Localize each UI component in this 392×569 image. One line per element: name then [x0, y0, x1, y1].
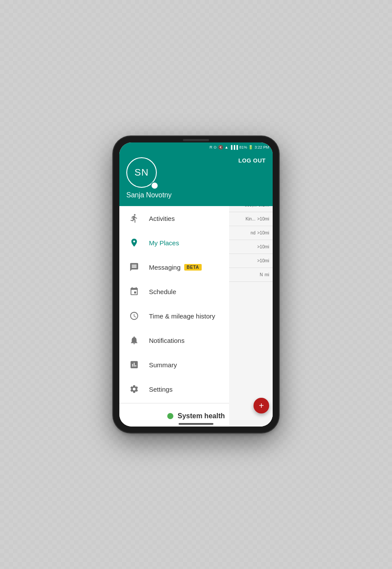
phone-home-bar: [179, 423, 213, 425]
my-places-label: My Places: [149, 239, 179, 247]
app-icon: R: [210, 145, 213, 149]
bg-row-6-dist: >10mi: [257, 244, 269, 249]
time-mileage-icon: [128, 310, 140, 322]
app-header: LOG OUT SN Sanja Novotny: [119, 152, 273, 206]
time-mileage-label: Time & mileage history: [149, 312, 215, 320]
avatar-initials: SN: [135, 167, 149, 178]
summary-label: Summary: [149, 361, 177, 369]
fab-add-button[interactable]: +: [253, 398, 269, 413]
health-status-dot: [167, 413, 173, 419]
my-places-icon: [128, 237, 140, 249]
fab-plus-icon: +: [259, 401, 264, 411]
signal-icon: ▐▐▐: [230, 145, 238, 149]
bg-row-5: nd >10mi: [229, 226, 273, 240]
activities-label: Activities: [149, 215, 175, 222]
bg-row-5-dist: >10mi: [257, 230, 269, 235]
mute-icon: 🔇: [218, 145, 223, 149]
bg-row-4-text: Kin...: [246, 217, 256, 221]
battery-icon: 🔋: [248, 145, 253, 149]
bg-row-4: Kin... >10mi: [229, 212, 273, 226]
avatar-status-dot: [151, 182, 159, 190]
notifications-label: Notifications: [149, 337, 185, 344]
status-bar: R ⊙ 🔇 ▲ ▐▐▐ 81% 🔋 3:22 PM: [119, 142, 273, 152]
beta-badge: BETA: [184, 264, 202, 271]
time-label: 3:22 PM: [254, 145, 269, 149]
settings-icon: [128, 383, 140, 395]
logout-button[interactable]: LOG OUT: [238, 157, 266, 164]
bg-row-7-dist: >10mi: [257, 258, 269, 263]
location-icon: ⊙: [213, 145, 217, 149]
summary-icon: [128, 359, 140, 371]
avatar-container: SN: [126, 157, 157, 188]
user-name: Sanja Novotny: [126, 191, 266, 199]
settings-label: Settings: [149, 386, 172, 393]
status-icons: R ⊙ 🔇 ▲ ▐▐▐ 81% 🔋 3:22 PM: [210, 145, 269, 149]
activities-icon: [128, 212, 140, 224]
notifications-icon: [128, 334, 140, 346]
health-label: System health: [178, 412, 225, 420]
bg-row-6: >10mi: [229, 240, 273, 254]
battery-label: 81%: [239, 145, 247, 149]
messaging-label: Messaging: [149, 264, 181, 271]
bg-row-5-text: nd: [250, 230, 255, 235]
phone-speaker: [183, 139, 209, 141]
bg-row-8-text: N: [260, 272, 263, 277]
messaging-icon: [128, 261, 140, 273]
phone-screen: ⛉ 🗺 000,... 0.03mi 00,... 0.08mi 000,...…: [119, 142, 273, 427]
wifi-icon: ▲: [224, 145, 228, 149]
schedule-icon: [128, 285, 140, 298]
bg-row-4-dist: >10mi: [257, 217, 269, 221]
bg-row-8: N mi: [229, 268, 273, 282]
schedule-label: Schedule: [149, 288, 176, 295]
phone-device: ⛉ 🗺 000,... 0.03mi 00,... 0.08mi 000,...…: [113, 136, 279, 433]
bg-row-8-dist: mi: [264, 272, 269, 277]
bg-row-7: >10mi: [229, 254, 273, 268]
